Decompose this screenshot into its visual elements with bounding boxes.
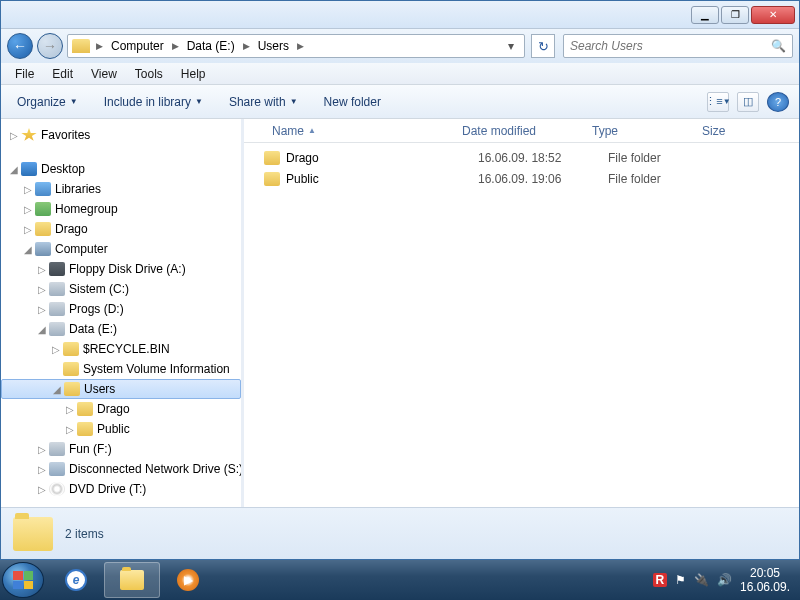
expand-icon[interactable]: ▷	[35, 284, 49, 295]
folder-icon	[77, 422, 93, 436]
chevron-right-icon[interactable]: ▶	[241, 41, 252, 51]
collapse-icon[interactable]: ◢	[50, 384, 64, 395]
dvd-icon	[49, 482, 65, 496]
libraries-icon	[35, 182, 51, 196]
breadcrumb[interactable]: ▶ Computer ▶ Data (E:) ▶ Users ▶ ▾	[67, 34, 525, 58]
menu-tools[interactable]: Tools	[127, 65, 171, 83]
organize-button[interactable]: Organize▼	[11, 91, 84, 113]
tree-recycle[interactable]: ▷$RECYCLE.BIN	[1, 339, 241, 359]
expand-icon[interactable]: ▷	[35, 304, 49, 315]
tree-sistem[interactable]: ▷Sistem (C:)	[1, 279, 241, 299]
file-list: Name▲ Date modified Type Size Drago 16.0…	[244, 119, 799, 507]
crumb-computer[interactable]: Computer	[105, 37, 170, 55]
maximize-button[interactable]: ❐	[721, 6, 749, 24]
expand-icon[interactable]: ▷	[63, 404, 77, 415]
expand-icon[interactable]: ▷	[21, 184, 35, 195]
homegroup-icon	[35, 202, 51, 216]
status-bar: 2 items	[1, 507, 799, 559]
expand-icon[interactable]: ▷	[35, 444, 49, 455]
folder-icon	[264, 172, 280, 186]
list-item[interactable]: Drago 16.06.09. 18:52 File folder	[244, 147, 799, 168]
menu-help[interactable]: Help	[173, 65, 214, 83]
taskbar-wmp[interactable]: ▶	[160, 562, 216, 598]
tree-homegroup[interactable]: ▷Homegroup	[1, 199, 241, 219]
preview-pane-button[interactable]: ◫	[737, 92, 759, 112]
taskbar: e ▶ R ⚑ 🔌 🔊 20:0516.06.09.	[0, 560, 800, 600]
col-date[interactable]: Date modified	[454, 124, 584, 138]
clock[interactable]: 20:0516.06.09.	[740, 566, 790, 595]
computer-icon	[35, 242, 51, 256]
tree-progs[interactable]: ▷Progs (D:)	[1, 299, 241, 319]
search-icon[interactable]: 🔍	[771, 39, 786, 53]
tree-fun[interactable]: ▷Fun (F:)	[1, 439, 241, 459]
expand-icon[interactable]: ▷	[35, 264, 49, 275]
search-box[interactable]: 🔍	[563, 34, 793, 58]
avira-tray-icon[interactable]: R	[653, 573, 667, 587]
tree-computer[interactable]: ◢Computer	[1, 239, 241, 259]
chevron-down-icon: ▼	[195, 97, 203, 106]
status-text: 2 items	[65, 527, 104, 541]
new-folder-button[interactable]: New folder	[318, 91, 387, 113]
system-tray: R ⚑ 🔌 🔊 20:0516.06.09.	[645, 566, 798, 595]
collapse-icon[interactable]: ◢	[7, 164, 21, 175]
taskbar-explorer[interactable]	[104, 562, 160, 598]
power-tray-icon[interactable]: 🔌	[694, 573, 709, 587]
list-item[interactable]: Public 16.06.09. 19:06 File folder	[244, 168, 799, 189]
close-button[interactable]: ✕	[751, 6, 795, 24]
search-input[interactable]	[570, 39, 771, 53]
view-options-button[interactable]: ⋮≡ ▼	[707, 92, 729, 112]
menu-file[interactable]: File	[7, 65, 42, 83]
tree-desktop[interactable]: ◢Desktop	[1, 159, 241, 179]
path-dropdown[interactable]: ▾	[502, 39, 520, 53]
flag-tray-icon[interactable]: ⚑	[675, 573, 686, 587]
minimize-button[interactable]: ▁	[691, 6, 719, 24]
taskbar-ie[interactable]: e	[48, 562, 104, 598]
tree-svi[interactable]: System Volume Information	[1, 359, 241, 379]
menu-edit[interactable]: Edit	[44, 65, 81, 83]
chevron-right-icon[interactable]: ▶	[295, 41, 306, 51]
tree-netdrive[interactable]: ▷Disconnected Network Drive (S:)	[1, 459, 241, 479]
refresh-button[interactable]: ↻	[531, 34, 555, 58]
menu-view[interactable]: View	[83, 65, 125, 83]
forward-button[interactable]: →	[37, 33, 63, 59]
help-button[interactable]: ?	[767, 92, 789, 112]
navigation-tree[interactable]: ▷Favorites ◢Desktop ▷Libraries ▷Homegrou…	[1, 119, 241, 507]
tree-user-drago[interactable]: ▷Drago	[1, 399, 241, 419]
expand-icon[interactable]: ▷	[7, 130, 21, 141]
toolbar: Organize▼ Include in library▼ Share with…	[1, 85, 799, 119]
folder-icon	[13, 517, 53, 551]
col-name[interactable]: Name▲	[264, 124, 454, 138]
tree-floppy[interactable]: ▷Floppy Disk Drive (A:)	[1, 259, 241, 279]
tree-drago[interactable]: ▷Drago	[1, 219, 241, 239]
expand-icon[interactable]: ▷	[35, 484, 49, 495]
tree-favorites[interactable]: ▷Favorites	[1, 125, 241, 145]
folder-icon	[63, 362, 79, 376]
expand-icon[interactable]: ▷	[49, 344, 63, 355]
tree-libraries[interactable]: ▷Libraries	[1, 179, 241, 199]
chevron-right-icon[interactable]: ▶	[94, 41, 105, 51]
start-button[interactable]	[2, 562, 44, 598]
volume-tray-icon[interactable]: 🔊	[717, 573, 732, 587]
share-with-button[interactable]: Share with▼	[223, 91, 304, 113]
tree-users[interactable]: ◢Users	[1, 379, 241, 399]
tree-data[interactable]: ◢Data (E:)	[1, 319, 241, 339]
back-button[interactable]: ←	[7, 33, 33, 59]
chevron-right-icon[interactable]: ▶	[170, 41, 181, 51]
expand-icon[interactable]: ▷	[21, 224, 35, 235]
col-size[interactable]: Size	[694, 124, 764, 138]
expand-icon[interactable]: ▷	[35, 464, 49, 475]
crumb-data[interactable]: Data (E:)	[181, 37, 241, 55]
col-type[interactable]: Type	[584, 124, 694, 138]
tree-dvd[interactable]: ▷DVD Drive (T:)	[1, 479, 241, 499]
collapse-icon[interactable]: ◢	[21, 244, 35, 255]
collapse-icon[interactable]: ◢	[35, 324, 49, 335]
floppy-icon	[49, 262, 65, 276]
crumb-users[interactable]: Users	[252, 37, 295, 55]
include-library-button[interactable]: Include in library▼	[98, 91, 209, 113]
tree-user-public[interactable]: ▷Public	[1, 419, 241, 439]
expand-icon[interactable]: ▷	[21, 204, 35, 215]
column-headers: Name▲ Date modified Type Size	[244, 119, 799, 143]
expand-icon[interactable]: ▷	[63, 424, 77, 435]
explorer-icon	[120, 570, 144, 590]
folder-icon	[264, 151, 280, 165]
